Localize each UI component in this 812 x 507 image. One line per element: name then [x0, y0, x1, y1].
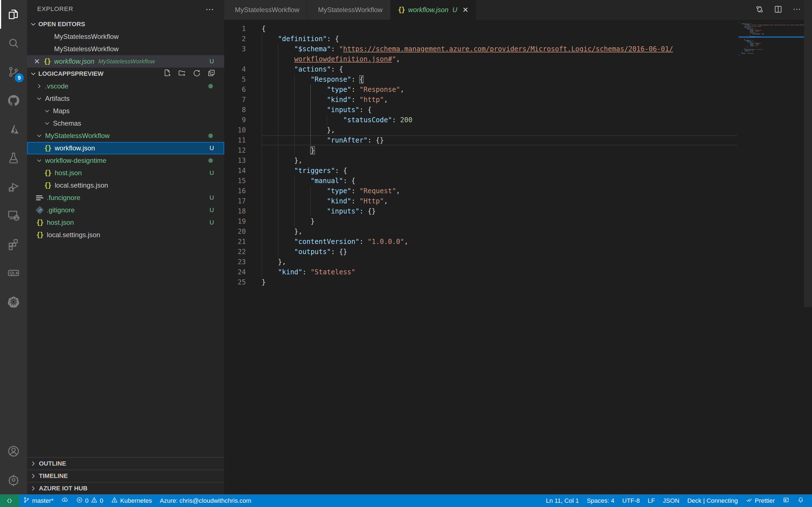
- tree-folder-schemas[interactable]: Schemas: [27, 117, 224, 129]
- close-icon[interactable]: ✕: [34, 58, 41, 65]
- statusbar-indentation[interactable]: Spaces: 4: [583, 494, 618, 507]
- more-actions-icon[interactable]: ⋯: [206, 4, 214, 14]
- code-line-text: "outputs": {}: [262, 247, 739, 257]
- collapse-all-icon[interactable]: [207, 69, 216, 79]
- activity-github-icon[interactable]: [0, 86, 27, 115]
- statusbar-azure-account[interactable]: Azure: chris@cloudwithchris.com: [156, 494, 255, 507]
- line-number: 25: [224, 277, 262, 287]
- statusbar-label: Prettier: [755, 497, 775, 504]
- activity-kubernetes-icon[interactable]: [0, 287, 27, 316]
- tree-file-host-json[interactable]: {}host.jsonU: [27, 216, 224, 229]
- tree-file-local-settings-json[interactable]: {}local.settings.json: [27, 179, 224, 191]
- open-editor-description: MyStatelessWorkflow: [98, 58, 155, 65]
- statusbar-eol[interactable]: LF: [644, 494, 659, 507]
- warn-triangle: [91, 497, 98, 505]
- activity-accounts-icon[interactable]: [0, 437, 27, 466]
- code-line: 19 }: [224, 216, 739, 226]
- statusbar-notifications-bell[interactable]: [794, 494, 808, 507]
- git-status-badge: U: [209, 58, 214, 65]
- tab-mystatelessworkflow[interactable]: MyStatelessWorkflow: [224, 0, 307, 20]
- code-line-text: "kind": "Http",: [262, 196, 739, 206]
- statusbar-cursor-position[interactable]: Ln 11, Col 1: [542, 494, 583, 507]
- indent-guide: [294, 216, 295, 226]
- indent-guide: [262, 145, 262, 156]
- new-file-icon[interactable]: [163, 69, 172, 79]
- tree-folder--vscode[interactable]: .vscode: [27, 80, 224, 93]
- tree-folder-maps[interactable]: Maps: [27, 105, 224, 117]
- tree-file-host-json[interactable]: {}host.jsonU: [27, 167, 224, 179]
- code-line: 3 "$schema": "https://schema.management.…: [224, 44, 739, 54]
- indent-guide: [262, 257, 262, 267]
- cloud: [61, 497, 68, 505]
- statusbar-git-branch[interactable]: master*: [19, 494, 57, 507]
- tree-folder-mystatelessworkflow[interactable]: MyStatelessWorkflow: [27, 129, 224, 142]
- activity-extensions-icon[interactable]: [0, 230, 27, 259]
- editor-group: MyStatelessWorkflowMyStatelessWorkflow{}…: [224, 0, 812, 494]
- activity-remote-explorer-icon[interactable]: [0, 201, 27, 230]
- code-line-text: "runAfter": {}: [262, 135, 739, 145]
- statusbar-label: 0: [85, 497, 89, 504]
- file-icon-slot: {}: [398, 6, 405, 14]
- person: [783, 497, 790, 505]
- statusbar-encoding[interactable]: UTF-8: [618, 494, 644, 507]
- statusbar-prettier[interactable]: Prettier: [742, 494, 779, 507]
- tree-item-label: host.json: [47, 219, 74, 226]
- tree-item-label: Schemas: [53, 119, 81, 127]
- line-number: 22: [224, 247, 262, 257]
- tree-file--gitignore[interactable]: ⎇.gitignoreU: [27, 204, 224, 216]
- tree-file-workflow-json[interactable]: {}workflow.jsonU: [27, 142, 224, 154]
- remote-indicator[interactable]: [0, 494, 19, 507]
- section-open-editors[interactable]: OPEN EDITORS: [27, 18, 224, 31]
- tab-workflow-json[interactable]: {}workflow.jsonU✕: [391, 0, 476, 20]
- open-editor-item[interactable]: MyStatelessWorkflow: [27, 31, 224, 43]
- activity-source-control-icon[interactable]: 9: [0, 57, 27, 86]
- more-actions-icon[interactable]: [792, 5, 801, 15]
- section-azure-iot-hub[interactable]: AZURE IOT HUB: [27, 482, 224, 494]
- tree-folder-workflow-designtime[interactable]: workflow-designtime: [27, 154, 224, 167]
- tree-item-label: MyStatelessWorkflow: [45, 132, 110, 140]
- code-editor[interactable]: 1{2 "definition": {3 "$schema": "https:/…: [224, 20, 739, 494]
- json-file-icon: {}: [398, 6, 405, 14]
- indent-guide: [294, 105, 295, 115]
- code-line-text: }: [262, 145, 739, 156]
- refresh-icon[interactable]: [193, 69, 201, 79]
- activity-codeql-icon[interactable]: QL: [0, 259, 27, 287]
- indent-guide: [262, 74, 262, 84]
- tree-file--funcignore[interactable]: .funcignoreU: [27, 191, 224, 204]
- statusbar-deck-status[interactable]: Deck | Connecting: [683, 494, 742, 507]
- activity-test-beaker-icon[interactable]: [0, 144, 27, 172]
- tab-mystatelessworkflow[interactable]: MyStatelessWorkflow: [307, 0, 391, 20]
- activity-azure-icon[interactable]: [0, 115, 27, 144]
- scrollbar[interactable]: [804, 0, 812, 307]
- tree-folder-artifacts[interactable]: Artifacts: [27, 93, 224, 105]
- statusbar-sync-publish[interactable]: [57, 494, 72, 507]
- line-number: 3: [224, 44, 262, 54]
- statusbar-kubernetes-context[interactable]: Kubernetes: [107, 494, 156, 507]
- tree-file-local-settings-json[interactable]: {}local.settings.json: [27, 229, 224, 241]
- statusbar-language-mode[interactable]: JSON: [659, 494, 683, 507]
- chevron-down-icon: [36, 95, 43, 102]
- code-line-text: "contentVersion": "1.0.0.0",: [262, 237, 739, 247]
- open-editor-item[interactable]: MyStatelessWorkflow: [27, 43, 224, 55]
- chevron-down-icon: [36, 157, 43, 164]
- activity-search-icon[interactable]: [0, 29, 27, 57]
- activity-settings-gear-icon[interactable]: [0, 466, 27, 494]
- activity-run-debug-icon[interactable]: [0, 172, 27, 201]
- statusbar-feedback[interactable]: [779, 494, 794, 507]
- statusbar-problems[interactable]: 00: [72, 494, 107, 507]
- section-outline[interactable]: OUTLINE: [27, 457, 224, 469]
- activity-explorer-icon[interactable]: [0, 0, 27, 29]
- code-line: 14 "triggers": {: [224, 166, 739, 176]
- code-line: 9 "statusCode": 200: [224, 115, 739, 125]
- new-folder-icon[interactable]: [178, 69, 186, 79]
- minimap[interactable]: { "definition": { "$schema": "https://sc…: [739, 20, 804, 494]
- line-number: 17: [224, 196, 262, 206]
- tree-item-label: local.settings.json: [55, 181, 108, 189]
- split-editor-icon[interactable]: [774, 5, 783, 15]
- open-changes-icon[interactable]: [755, 5, 764, 15]
- open-editor-item[interactable]: ✕{}workflow.jsonMyStatelessWorkflowU: [27, 55, 224, 68]
- close-icon[interactable]: ✕: [462, 6, 469, 14]
- section-timeline[interactable]: TIMELINE: [27, 469, 224, 482]
- section-logicappspreview[interactable]: LOGICAPPSPREVIEW: [27, 68, 224, 80]
- indent-guide: [310, 105, 311, 115]
